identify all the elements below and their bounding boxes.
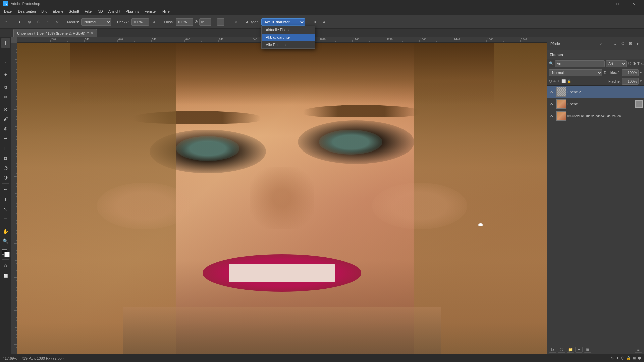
tool-blur[interactable]: ◔ [1, 163, 10, 172]
status-icon-1[interactable]: ⊕ [611, 356, 614, 360]
layer-row-2[interactable]: 👁 Ebene 2 [547, 86, 644, 98]
dropdown-item-alle[interactable]: Alle Ebenen [262, 41, 315, 48]
lock-artboard-icon[interactable]: ⬜ [561, 79, 566, 83]
brush-preset-button[interactable]: ● [16, 18, 24, 26]
status-icon-6[interactable]: ⬢ [638, 356, 641, 360]
canvas-viewport[interactable] [17, 43, 547, 354]
status-icon-3[interactable]: ⬡ [621, 356, 624, 360]
menu-schrift[interactable]: Schrift [66, 7, 82, 15]
minimize-button[interactable]: ─ [594, 0, 609, 7]
menu-datei[interactable]: Datei [1, 7, 15, 15]
panel-icon-dot[interactable]: ● [635, 41, 641, 47]
tool-screen-mode[interactable]: ⬜ [1, 271, 10, 280]
panel-icon-arrow[interactable]: ⬡ [620, 41, 626, 47]
tool-hand[interactable]: ✋ [1, 227, 10, 236]
menu-hilfe[interactable]: Hilfe [160, 7, 172, 15]
tool-dodge[interactable]: ◑ [1, 173, 10, 182]
menu-bild[interactable]: Bild [39, 7, 50, 15]
tool-shape[interactable]: ▭ [1, 214, 10, 224]
layer-bg-visibility[interactable]: 👁 [548, 113, 555, 119]
fluss-input[interactable] [176, 18, 193, 26]
dropdown-item-akt-darunter[interactable]: Akt. u. darunter [262, 34, 315, 41]
tool-path-select[interactable]: ↖ [1, 204, 10, 214]
dropdown-item-aktuelle[interactable]: Aktuelle Ebene [262, 26, 315, 34]
menu-ebene[interactable]: Ebene [50, 7, 66, 15]
extra-btn-2[interactable]: ↺ [320, 18, 328, 26]
new-fill-layer-btn[interactable]: fx [549, 347, 556, 353]
menu-filter[interactable]: Filter [82, 7, 95, 15]
deckraft-pressure-button[interactable]: ◈ [150, 18, 158, 26]
filter-search-icon[interactable]: 🔍 [549, 61, 554, 66]
panel-icon-add[interactable]: ⊞ [627, 41, 633, 47]
tool-brush[interactable]: 🖌 [1, 114, 10, 124]
pixel-filter-icon[interactable]: ⬡ [628, 61, 631, 66]
color-swatches[interactable] [1, 249, 10, 258]
menu-3d[interactable]: 3D [96, 7, 106, 15]
tool-pen[interactable]: ✒ [1, 185, 10, 194]
angle-input[interactable] [199, 18, 211, 26]
fill-input[interactable] [622, 78, 639, 85]
fill-arrow[interactable]: ▾ [640, 79, 642, 83]
add-mask-btn[interactable]: ⬡ [558, 347, 565, 353]
delete-layer-btn[interactable]: 🗑 [584, 347, 591, 353]
new-group-btn[interactable]: 📁 [567, 347, 574, 353]
blend-mode-select[interactable]: Normal Auflösen Abdunkeln Multiplizieren [549, 69, 602, 76]
new-layer-btn[interactable]: + [575, 347, 583, 353]
tool-zoom[interactable]: 🔍 [1, 236, 10, 246]
opacity-input[interactable] [622, 69, 639, 76]
adjustment-filter-icon[interactable]: ◑ [633, 61, 636, 66]
panel-menu-btn[interactable]: ≡ [635, 347, 642, 353]
text-filter-icon[interactable]: T [637, 62, 640, 66]
shape-filter-icon[interactable]: ▭ [641, 61, 644, 66]
lock-position-icon[interactable]: ✛ [557, 79, 560, 83]
tool-marquee-rect[interactable]: ⬚ [1, 51, 10, 60]
aufnehm-btn[interactable]: ◎ [232, 18, 240, 26]
tool-history-brush[interactable]: ↩ [1, 134, 10, 143]
brush-options-button[interactable]: ⬡ [35, 18, 43, 26]
menu-fenster[interactable]: Fenster [142, 7, 160, 15]
tool-lasso[interactable]: ⌒ [1, 60, 10, 70]
lock-all-icon[interactable]: 🔒 [567, 79, 571, 83]
close-button[interactable]: ✕ [626, 0, 641, 7]
ausger-select[interactable]: Aktuelle Ebene Akt. u. darunter Alle Ebe… [261, 18, 305, 26]
tool-clone-stamp[interactable]: ⊕ [1, 124, 10, 133]
layer-2-visibility[interactable]: 👁 [548, 88, 555, 95]
tool-eyedropper[interactable]: ✏ [1, 92, 10, 102]
lock-transparent-icon[interactable]: ⬡ [549, 79, 552, 83]
brush-airbrush-button[interactable]: ✦ [44, 18, 52, 26]
opacity-arrow[interactable]: ▾ [640, 70, 642, 75]
tool-gradient[interactable]: ▦ [1, 153, 10, 163]
layers-filter-type[interactable]: Art Name Effekt Modus Attribut [606, 60, 627, 67]
tool-eraser[interactable]: ◻ [1, 143, 10, 153]
layer-row-bg[interactable]: 👁 09265c211e010a725e3ba4623a92b5b6 [547, 110, 644, 122]
restore-button[interactable]: □ [610, 0, 625, 7]
brush-size-button[interactable]: ◎ [25, 18, 33, 26]
layer-1-visibility[interactable]: 👁 [548, 101, 555, 107]
panel-icon-circle[interactable]: ○ [598, 41, 604, 47]
menu-plugins[interactable]: Plug-ins [123, 7, 142, 15]
document-tab[interactable]: Unbenannt-1 bei 418% (Ebene 2, RGB/8) * … [13, 29, 97, 37]
panel-icon-settings[interactable]: ≡ [612, 41, 619, 47]
tool-magic-wand[interactable]: ✦ [1, 70, 10, 79]
tab-close-button[interactable]: ✕ [91, 31, 93, 35]
status-icon-5[interactable]: ⊞ [633, 356, 636, 360]
layer-row-1[interactable]: 👁 Ebene 1 [547, 98, 644, 110]
extra-btn-1[interactable]: ⊕ [311, 18, 319, 26]
status-icon-2[interactable]: ✦ [616, 356, 619, 360]
deckraft-input[interactable] [131, 18, 149, 26]
tool-quick-mask[interactable]: ⬡ [1, 261, 10, 270]
tool-spot-heal[interactable]: ⊙ [1, 105, 10, 114]
brush-symmetry-button[interactable]: ⚙ [53, 18, 61, 26]
tool-text[interactable]: T [1, 195, 10, 204]
menu-ansicht[interactable]: Ansicht [106, 7, 123, 15]
home-button[interactable]: ⌂ [2, 18, 10, 26]
menu-bearbeiten[interactable]: Bearbeiten [15, 7, 39, 15]
layers-filter-input[interactable] [555, 60, 605, 67]
smooth-button[interactable]: ~ [217, 18, 224, 26]
modus-select[interactable]: Normal Auflösen Multiplizieren [81, 18, 111, 26]
panel-icon-square[interactable]: □ [605, 41, 611, 47]
tool-move[interactable]: ✛ [1, 38, 10, 48]
tool-crop[interactable]: ⧉ [1, 82, 10, 92]
status-icon-4[interactable]: 🔒 [626, 356, 631, 360]
lock-paint-icon[interactable]: ✏ [553, 79, 556, 83]
